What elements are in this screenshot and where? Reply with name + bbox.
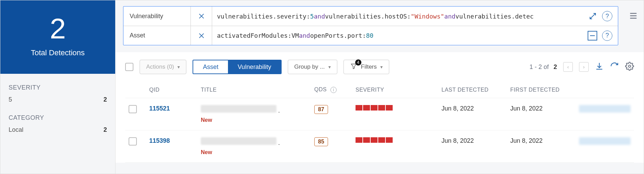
help-icon[interactable]: ? xyxy=(602,31,612,41)
col-last-detected[interactable]: LAST DETECTED xyxy=(438,82,507,98)
query-input-vulnerability[interactable]: vulnerabilities.severity:5 and vulnerabi… xyxy=(212,7,583,26)
collapse-icon[interactable] xyxy=(588,31,597,40)
cell-redacted xyxy=(576,98,634,130)
redacted-title xyxy=(201,137,276,145)
cell-title: .New xyxy=(197,130,311,163)
row-checkbox[interactable] xyxy=(129,137,137,146)
cell-title: .New xyxy=(197,98,311,130)
query-row-asset: Asset activatedForModules:VM and openPor… xyxy=(123,26,618,45)
severity-indicator xyxy=(356,105,435,111)
chevron-down-icon: ▾ xyxy=(328,64,331,70)
severity-indicator xyxy=(356,137,435,143)
prev-page-button[interactable]: ‹ xyxy=(563,62,573,72)
col-qid[interactable]: QID xyxy=(146,82,197,98)
results-toolbar: Actions (0) ▾ Asset Vulnerability Group … xyxy=(116,52,644,82)
segment-vulnerability[interactable]: Vulnerability xyxy=(228,60,281,73)
close-icon xyxy=(198,32,205,39)
range-prefix: 1 - 2 of xyxy=(530,63,549,71)
facet-label: 5 xyxy=(9,96,12,103)
pagination-range: 1 - 2 of 2 xyxy=(530,63,557,71)
total-detections-count: 2 xyxy=(0,14,115,43)
svg-point-0 xyxy=(629,65,631,68)
help-icon[interactable]: ? xyxy=(602,11,612,21)
cell-first-detected: Jun 8, 2022 xyxy=(507,130,576,163)
app-root: 2 Total Detections SEVERITY 5 2 CATEGORY… xyxy=(0,0,644,174)
cell-qid[interactable]: 115521 xyxy=(146,98,197,130)
gear-icon[interactable] xyxy=(625,62,634,72)
cell-first-detected: Jun 8, 2022 xyxy=(507,98,576,130)
facet-count: 2 xyxy=(103,96,107,103)
col-qds[interactable]: QDS i xyxy=(311,82,352,98)
cell-last-detected: Jun 8, 2022 xyxy=(438,98,507,130)
menu-button[interactable] xyxy=(626,6,641,25)
facet-count: 2 xyxy=(103,126,107,134)
redacted-title xyxy=(201,105,276,113)
filters-count-badge: 4 xyxy=(355,59,361,66)
new-badge: New xyxy=(201,117,307,123)
select-all-checkbox[interactable] xyxy=(125,63,133,71)
clear-query-button[interactable] xyxy=(191,7,212,26)
query-row-actions: ? xyxy=(582,26,618,45)
chevron-down-icon: ▾ xyxy=(380,64,383,70)
close-icon xyxy=(198,12,205,20)
cell-qds: 87 xyxy=(311,98,352,130)
total-detections-label: Total Detections xyxy=(0,48,115,57)
range-total: 2 xyxy=(554,63,557,71)
clear-query-button[interactable] xyxy=(191,26,212,45)
view-mode-toggle: Asset Vulnerability xyxy=(193,60,281,74)
facet-label: Local xyxy=(9,126,23,134)
chevron-down-icon: ▾ xyxy=(177,64,180,70)
table-row[interactable]: 115398 .New85Jun 8, 2022Jun 8, 2022 xyxy=(125,130,634,163)
facet-group-severity: SEVERITY 5 2 xyxy=(9,84,107,105)
facet-title-severity: SEVERITY xyxy=(9,84,107,91)
table-row[interactable]: 115521 .New87Jun 8, 2022Jun 8, 2022 xyxy=(125,98,634,130)
cell-redacted xyxy=(576,130,634,163)
query-row-vulnerability: Vulnerability vulnerabilities.severity:5… xyxy=(123,7,618,26)
new-badge: New xyxy=(201,149,307,155)
cell-severity xyxy=(352,98,438,130)
filters-dropdown[interactable]: 4 Filters ▾ xyxy=(343,60,389,74)
facet-title-category: CATEGORY xyxy=(9,114,107,121)
row-checkbox[interactable] xyxy=(129,105,137,113)
facet-row-category-local[interactable]: Local 2 xyxy=(9,125,107,135)
expand-icon[interactable] xyxy=(588,12,597,21)
col-severity[interactable]: SEVERITY xyxy=(352,82,438,98)
results-table: QID TITLE QDS i SEVERITY LAST DETECTED F… xyxy=(116,82,644,163)
download-icon[interactable] xyxy=(595,62,604,72)
cell-qds: 85 xyxy=(311,130,352,163)
qds-badge: 87 xyxy=(314,105,328,114)
info-icon[interactable]: i xyxy=(330,87,337,93)
query-input-asset[interactable]: activatedForModules:VM and openPorts.por… xyxy=(212,26,582,45)
query-row-label: Asset xyxy=(123,26,191,45)
col-first-detected[interactable]: FIRST DETECTED xyxy=(507,82,576,98)
qds-badge: 85 xyxy=(314,137,328,146)
funnel-icon: 4 xyxy=(350,62,358,72)
actions-label: Actions (0) xyxy=(146,63,174,70)
segment-asset[interactable]: Asset xyxy=(193,60,228,73)
sidebar: 2 Total Detections SEVERITY 5 2 CATEGORY… xyxy=(0,0,116,174)
facet-row-severity-5[interactable]: 5 2 xyxy=(9,95,107,105)
facet-group-category: CATEGORY Local 2 xyxy=(9,114,107,135)
detections-summary: 2 Total Detections xyxy=(0,0,115,74)
group-by-dropdown[interactable]: Group by ... ▾ xyxy=(288,60,337,74)
cell-qid[interactable]: 115398 xyxy=(146,130,197,163)
query-panel: Vulnerability vulnerabilities.severity:5… xyxy=(123,6,618,45)
cell-severity xyxy=(352,130,438,163)
query-row-actions: ? xyxy=(583,7,618,26)
col-title[interactable]: TITLE xyxy=(197,82,311,98)
refresh-icon[interactable] xyxy=(610,62,619,72)
main-content: Vulnerability vulnerabilities.severity:5… xyxy=(116,0,644,174)
filters-label: Filters xyxy=(361,63,377,70)
cell-last-detected: Jun 8, 2022 xyxy=(438,130,507,163)
facet-panel: SEVERITY 5 2 CATEGORY Local 2 xyxy=(0,74,115,155)
query-row-label: Vulnerability xyxy=(123,7,191,26)
actions-dropdown[interactable]: Actions (0) ▾ xyxy=(140,60,186,74)
next-page-button[interactable]: › xyxy=(579,62,589,72)
group-by-label: Group by ... xyxy=(294,63,325,70)
